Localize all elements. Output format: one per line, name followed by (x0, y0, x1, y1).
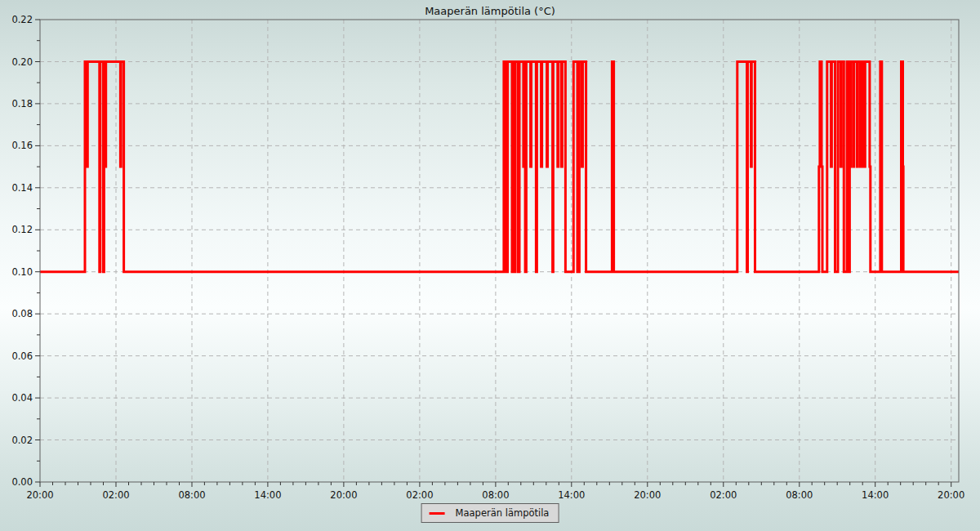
legend: Maaperän lämpötila (421, 503, 559, 523)
y-tick-label: 0.02 (11, 435, 33, 446)
y-tick-label: 0.06 (11, 350, 33, 362)
x-tick-label: 02:00 (406, 489, 433, 501)
x-tick-label: 20:00 (634, 489, 661, 501)
y-tick-label: 0.10 (11, 266, 33, 278)
x-axis-ticks (40, 482, 951, 487)
y-tick-label: 0.20 (11, 56, 33, 68)
x-tick-label: 02:00 (102, 489, 129, 501)
x-tick-label: 08:00 (178, 489, 205, 501)
y-tick-label: 0.00 (11, 476, 33, 488)
x-tick-label: 08:00 (482, 489, 509, 501)
y-tick-label: 0.22 (11, 14, 33, 25)
x-tick-label: 14:00 (558, 489, 585, 501)
x-tick-label: 08:00 (786, 489, 813, 501)
y-tick-label: 0.18 (11, 98, 33, 109)
x-tick-label: 20:00 (26, 489, 53, 501)
y-tick-label: 0.12 (11, 224, 33, 235)
figure: Maaperän lämpötila (°C) 20:0002:0008:001… (0, 0, 980, 531)
x-axis-labels: 20:0002:0008:0014:0020:0002:0008:0014:00… (26, 489, 964, 501)
x-tick-label: 14:00 (254, 489, 281, 501)
y-tick-label: 0.04 (11, 392, 33, 404)
x-tick-label: 20:00 (330, 489, 357, 501)
x-tick-label: 20:00 (938, 489, 964, 501)
y-tick-label: 0.16 (11, 140, 33, 151)
y-axis-labels: 0.000.020.040.060.080.100.120.140.160.18… (11, 14, 33, 488)
legend-line-sample (430, 512, 445, 515)
x-tick-label: 02:00 (710, 489, 737, 501)
legend-label: Maaperän lämpötila (456, 507, 550, 519)
y-tick-label: 0.08 (11, 308, 33, 319)
chart-svg: 20:0002:0008:0014:0020:0002:0008:0014:00… (0, 0, 980, 531)
temperature-line (40, 62, 959, 272)
y-tick-label: 0.14 (11, 182, 33, 194)
x-tick-label: 14:00 (862, 489, 889, 501)
y-axis-ticks (35, 20, 40, 482)
temperature-series (40, 62, 959, 272)
